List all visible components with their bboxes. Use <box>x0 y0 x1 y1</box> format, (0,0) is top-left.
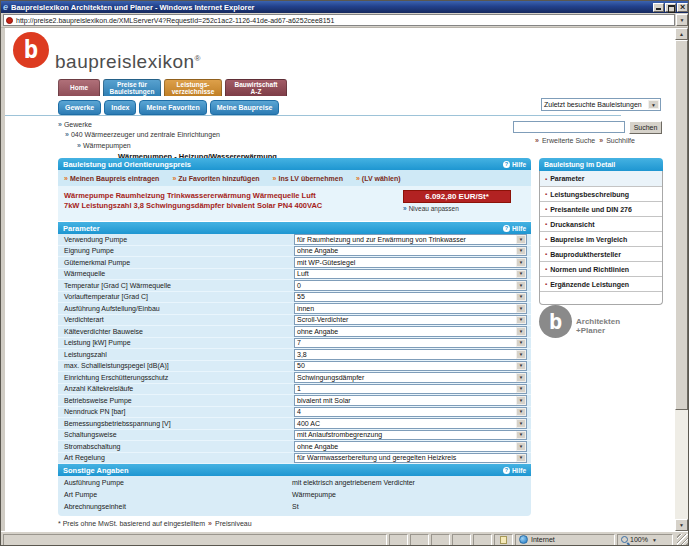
param-select[interactable]: 0 ▼ <box>294 280 527 291</box>
param-row-erschuetterungsschutz: Einrichtung Erschütterungsschutz Schwing… <box>58 372 531 384</box>
ie-icon: e <box>3 3 8 12</box>
sidebar-item-preisanteile-din276[interactable]: ▪ Preisanteile und DIN 276 <box>540 201 662 216</box>
param-select[interactable]: mit Anlaufstrombegrenzung ▼ <box>294 430 527 441</box>
chevron-down-icon[interactable]: ▼ <box>516 316 526 325</box>
brand-logo-icon[interactable]: b <box>13 32 49 68</box>
search-input[interactable] <box>513 121 625 133</box>
chevron-down-icon[interactable]: ▼ <box>516 304 526 313</box>
recent-bauleistungen-select[interactable]: Zuletzt besuchte Bauleistungen ▼ <box>541 98 661 111</box>
chevron-down-icon[interactable]: ▼ <box>516 350 526 359</box>
nav-meine-baupreise-button[interactable]: Meine Baupreise <box>210 100 280 115</box>
param-select[interactable]: Schwingungsdämpfer ▼ <box>294 372 527 383</box>
tab-preise-fuer-bauleistungen[interactable]: Preise für Bauleistungen <box>103 79 161 96</box>
maximize-button[interactable] <box>665 3 676 12</box>
param-select[interactable]: bivalent mit Solar ▼ <box>294 395 527 406</box>
minimize-button[interactable] <box>653 3 664 12</box>
chevron-down-icon[interactable]: ▼ <box>516 247 526 256</box>
param-select[interactable]: ohne Angabe ▼ <box>294 326 527 337</box>
select-value: innen <box>297 305 314 312</box>
help-icon: ? <box>503 467 510 474</box>
nav-meine-favoriten-button[interactable]: Meine Favoriten <box>139 100 206 115</box>
niveau-anpassen-link[interactable]: » Niveau anpassen <box>403 205 531 212</box>
tab-bauwirtschaft-az[interactable]: Bauwirtschaft A-Z <box>225 79 287 96</box>
address-input[interactable]: http://preise2.baupreislexikon.de/XMLSer… <box>3 14 675 26</box>
breadcrumb-waermepumpen[interactable]: Wärmepumpen <box>83 142 131 149</box>
param-select[interactable]: 55 ▼ <box>294 292 527 303</box>
nav-index-button[interactable]: Index <box>104 100 136 115</box>
sidebar-item-druckansicht[interactable]: ▪ Druckansicht <box>540 216 662 231</box>
param-select[interactable]: Luft ▼ <box>294 269 527 280</box>
chevron-down-icon[interactable]: ▼ <box>516 327 526 336</box>
chevron-down-icon[interactable]: ▼ <box>516 293 526 302</box>
address-dropdown-button[interactable]: ▼ <box>676 14 688 26</box>
chevron-down-icon[interactable]: ▼ <box>516 396 526 405</box>
select-value: 3,8 <box>297 351 307 358</box>
sidebar-item-leistungsbeschreibung[interactable]: ▪ Leistungsbeschreibung <box>540 186 662 201</box>
chevron-down-icon[interactable]: ▼ <box>516 235 526 244</box>
chevron-down-icon[interactable]: ▼ <box>516 339 526 348</box>
action-links-row: » Meinen Baupreis eintragen » Zu Favorit… <box>58 170 531 186</box>
close-button[interactable] <box>677 3 688 12</box>
link-arrow-icon: » <box>535 137 539 144</box>
lv-waehlen-link[interactable]: » (LV wählen) <box>356 175 401 182</box>
param-select[interactable]: 7 ▼ <box>294 338 527 349</box>
param-select[interactable]: 50 ▼ <box>294 361 527 372</box>
chevron-down-icon[interactable]: ▼ <box>516 408 526 417</box>
chevron-down-icon[interactable]: ▼ <box>516 385 526 394</box>
breadcrumb-arrow-icon: » <box>65 131 69 138</box>
chevron-down-icon[interactable]: ▼ <box>516 442 526 451</box>
help-link[interactable]: ? Hilfe <box>503 467 526 474</box>
chevron-down-icon[interactable]: ▼ <box>516 281 526 290</box>
help-link[interactable]: ? Hilfe <box>503 161 526 168</box>
nav-gewerke-button[interactable]: Gewerke <box>58 100 101 115</box>
preisniveau-link[interactable]: Preisniveau <box>215 520 252 527</box>
vertical-scrollbar[interactable]: ▲ ▼ <box>675 28 688 531</box>
search-help-link[interactable]: » Suchhilfe <box>599 137 635 144</box>
chevron-down-icon[interactable]: ▼ <box>516 270 526 279</box>
param-row-waermequelle: Wärmequelle Luft ▼ <box>58 269 531 281</box>
zu-favoriten-hinzufuegen-link[interactable]: » Zu Favoriten hinzufügen <box>172 175 259 182</box>
search-help-label: Suchhilfe <box>606 137 635 144</box>
param-select[interactable]: 4 ▼ <box>294 407 527 418</box>
chevron-down-icon[interactable]: ▼ <box>516 373 526 382</box>
param-select[interactable]: ohne Angabe ▼ <box>294 441 527 452</box>
chevron-down-icon[interactable]: ▼ <box>516 454 526 463</box>
param-select[interactable]: ohne Angabe ▼ <box>294 246 527 257</box>
resize-grip[interactable] <box>677 534 688 545</box>
sidebar-item-ergaenzende-leistungen[interactable]: ▪ Ergänzende Leistungen <box>540 276 662 291</box>
param-select[interactable]: mit WP-Gütesiegel ▼ <box>294 257 527 268</box>
param-select[interactable]: innen ▼ <box>294 303 527 314</box>
param-select[interactable]: 3,8 ▼ <box>294 349 527 360</box>
chevron-down-icon[interactable]: ▼ <box>516 419 526 428</box>
sidebar-item-bauprodukthersteller[interactable]: ▪ Bauprodukthersteller <box>540 246 662 261</box>
scroll-down-button[interactable]: ▼ <box>675 519 688 531</box>
ins-lv-uebernehmen-link[interactable]: » Ins LV übernehmen <box>273 175 343 182</box>
scroll-up-button[interactable]: ▲ <box>675 28 688 40</box>
chevron-down-icon[interactable]: ▼ <box>516 431 526 440</box>
advanced-search-link[interactable]: » Erweiterte Suche <box>535 137 595 144</box>
chevron-down-icon[interactable]: ▼ <box>648 100 659 109</box>
param-select[interactable]: für Raumheizung und zur Erwärmung von Tr… <box>294 234 527 245</box>
param-select[interactable]: für Warmwasserbereitung und geregelten H… <box>294 453 527 464</box>
sidebar-item-parameter[interactable]: ▪ Parameter <box>540 171 662 186</box>
sidebar-item-baupreise-vergleich[interactable]: ▪ Baupreise im Vergleich <box>540 231 662 246</box>
address-url: http://preise2.baupreislexikon.de/XMLSer… <box>16 17 334 24</box>
scrollbar-thumb[interactable] <box>675 40 688 410</box>
tab-leistungsverzeichnisse[interactable]: Leistungs- verzeichnisse <box>164 79 222 96</box>
brand-name: baupreislexikon® <box>55 50 201 73</box>
chevron-down-icon[interactable]: ▼ <box>516 258 526 267</box>
chevron-down-icon[interactable]: ▼ <box>652 537 657 543</box>
param-select[interactable]: 400 AC ▼ <box>294 418 527 429</box>
param-label: Kälteverdichter Bauweise <box>58 328 294 335</box>
meinen-baupreis-eintragen-link[interactable]: » Meinen Baupreis eintragen <box>64 175 159 182</box>
sidebar-item-normen-richtlinien[interactable]: ▪ Normen und Richtlinien <box>540 261 662 276</box>
help-link[interactable]: ? Hilfe <box>503 225 526 232</box>
tab-home[interactable]: Home <box>58 79 100 96</box>
zoom-control[interactable]: 100% ▼ <box>617 534 673 546</box>
breadcrumb-040-waermeerzeuger[interactable]: 040 Wärmeerzeuger und zentrale Einrichtu… <box>71 131 220 138</box>
search-button[interactable]: Suchen <box>629 121 662 134</box>
param-select[interactable]: 1 ▼ <box>294 384 527 395</box>
chevron-down-icon[interactable]: ▼ <box>516 362 526 371</box>
param-select[interactable]: Scroll-Verdichter ▼ <box>294 315 527 326</box>
breadcrumb-gewerke[interactable]: Gewerke <box>64 121 92 128</box>
